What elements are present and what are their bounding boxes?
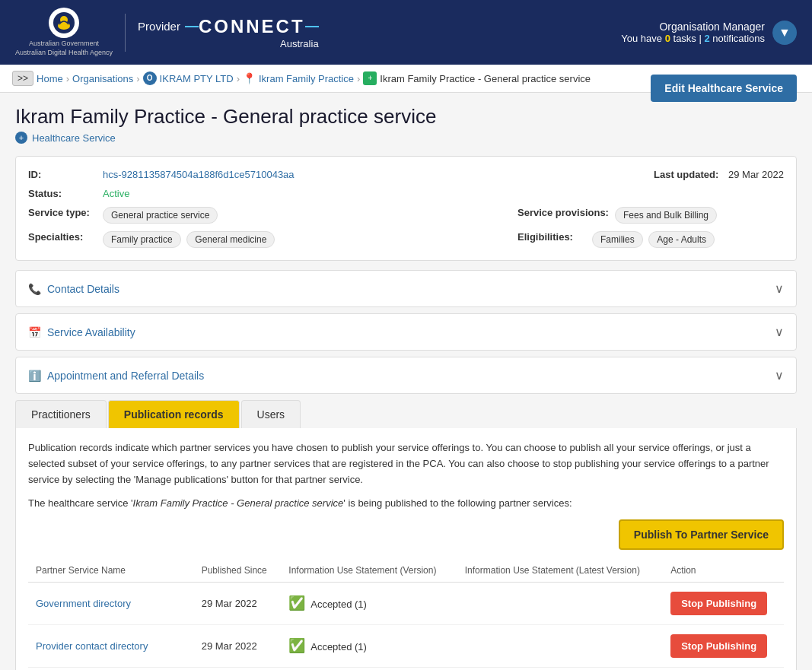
phone-icon: 📞 <box>28 283 41 295</box>
brand-provider: Provider <box>138 20 180 33</box>
col-ius-latest: Information Use Statement (Latest Versio… <box>457 559 663 583</box>
tabs-container: Practitioners Publication records Users … <box>15 400 797 670</box>
page-subtitle: + Healthcare Service <box>15 132 436 144</box>
service-provisions-tag: Fees and Bulk Billing <box>615 207 717 224</box>
header-divider <box>125 14 126 52</box>
eligibility-tag-0: Families <box>592 231 643 248</box>
contact-details-label: Contact Details <box>47 283 119 295</box>
user-menu-button[interactable]: ▼ <box>772 21 797 45</box>
published-since-cell-0: 29 Mar 2022 <box>194 582 282 624</box>
stop-publishing-button-1[interactable]: Stop Publishing <box>670 634 767 658</box>
partner-name-link-1[interactable]: Provider contact directory <box>36 640 148 652</box>
service-availability-header[interactable]: 📅 Service Availability ∨ <box>16 314 796 350</box>
tab-users[interactable]: Users <box>241 400 301 428</box>
status-field: Status: Active <box>28 188 129 199</box>
ius-latest-cell-1 <box>457 624 663 667</box>
service-availability-chevron: ∨ <box>775 325 784 339</box>
col-action: Action <box>663 559 784 583</box>
calendar-icon: 📅 <box>28 326 41 338</box>
breadcrumb-organisations[interactable]: Organisations <box>72 73 133 84</box>
page-title: Ikram Family Practice - General practice… <box>15 105 436 129</box>
healthcare-service-label: Healthcare Service <box>32 132 116 144</box>
ius-version-cell-0: ✅ Accepted (1) <box>281 582 457 624</box>
table-row: Government directory 29 Mar 2022 ✅ Accep… <box>28 582 784 624</box>
publication-description-2: The healthcare service 'Ikram Family Pra… <box>28 496 784 512</box>
info-row-1: ID: hcs-9281135874504a188f6d1ce5710043aa… <box>28 169 784 180</box>
org-icon: O <box>143 71 157 85</box>
partner-name-link-0[interactable]: Government directory <box>36 598 131 609</box>
specialties-field: Specialties: Family practice General med… <box>28 231 278 248</box>
table-header-row: Partner Service Name Published Since Inf… <box>28 559 784 583</box>
publication-description-1: Publication records indicate which partn… <box>28 440 784 487</box>
publication-records-content: Publication records indicate which partn… <box>15 428 797 670</box>
publication-table: Partner Service Name Published Since Inf… <box>28 559 784 670</box>
info-row-4: Specialties: Family practice General med… <box>28 231 784 248</box>
info-row-3: Service type: General practice service S… <box>28 207 784 224</box>
partner-name-cell: OB Secure messaging services <box>28 667 194 670</box>
tabs: Practitioners Publication records Users <box>15 400 797 428</box>
breadcrumb-practice[interactable]: Ikram Family Practice <box>259 73 354 84</box>
tab-publication-records[interactable]: Publication records <box>108 400 240 428</box>
brand-australia: Australia <box>280 38 319 49</box>
publish-btn-container: Publish To Partner Service <box>28 519 784 550</box>
appointment-referral-header[interactable]: ℹ️ Appointment and Referral Details ∨ <box>16 357 796 393</box>
col-partner-name: Partner Service Name <box>28 559 194 583</box>
col-published-since: Published Since <box>194 559 282 583</box>
last-updated-value: 29 Mar 2022 <box>728 169 784 180</box>
info-card: ID: hcs-9281135874504a188f6d1ce5710043aa… <box>15 156 797 261</box>
breadcrumb-org[interactable]: IKRAM PTY LTD <box>160 73 234 84</box>
appointment-referral-label: Appointment and Referral Details <box>47 370 204 382</box>
contact-details-section: 📞 Contact Details ∨ <box>15 270 797 307</box>
service-type-field: Service type: General practice service <box>28 207 221 224</box>
specialty-tag-1: General medicine <box>186 231 275 248</box>
appointment-referral-chevron: ∨ <box>775 368 784 383</box>
breadcrumb-toggle[interactable]: >> <box>12 71 33 86</box>
brand-connect: CONNECT <box>199 16 305 37</box>
published-since-cell-2: 29 Mar 2022 <box>194 667 282 670</box>
col-ius-version: Information Use Statement (Version) <box>281 559 457 583</box>
eligibilities-field: Eligibilities: Families Age - Adults <box>517 231 784 248</box>
last-updated-field: Last updated: 29 Mar 2022 <box>654 169 784 180</box>
service-availability-label: Service Availability <box>47 326 135 338</box>
ius-version-cell-1: ✅ Accepted (1) <box>281 624 457 667</box>
appointment-referral-section: ℹ️ Appointment and Referral Details ∨ <box>15 357 797 394</box>
ius-version-cell-2: ✅ Accepted (1) <box>281 667 457 670</box>
service-provisions-field: Service provisions: Fees and Bulk Billin… <box>517 207 784 224</box>
ius-latest-cell-2 <box>457 667 663 670</box>
header-left: Australian Government Australian Digital… <box>15 8 319 57</box>
breadcrumb-current: Ikram Family Practice - General practice… <box>380 73 591 84</box>
service-icon: + <box>363 71 377 85</box>
partner-name-cell: Government directory <box>28 582 194 624</box>
location-icon: 📍 <box>243 72 256 84</box>
coat-of-arms-icon <box>49 8 79 38</box>
check-icon-0: ✅ <box>288 595 305 611</box>
action-cell-0: Stop Publishing <box>663 582 784 624</box>
table-row: Provider contact directory 29 Mar 2022 ✅… <box>28 624 784 667</box>
main-content: Ikram Family Practice - General practice… <box>0 93 812 670</box>
published-since-cell-1: 29 Mar 2022 <box>194 624 282 667</box>
tasks-notifications: You have 0 tasks | 2 notifications <box>621 33 765 44</box>
ius-latest-cell-0 <box>457 582 663 624</box>
stop-publishing-button-0[interactable]: Stop Publishing <box>670 592 767 615</box>
notifications-count[interactable]: 2 <box>704 33 709 44</box>
id-field: ID: hcs-9281135874504a188f6d1ce5710043aa <box>28 169 295 180</box>
gov-logo: Australian Government Australian Digital… <box>15 8 113 57</box>
tab-practitioners[interactable]: Practitioners <box>15 400 107 428</box>
info-row-2: Status: Active <box>28 188 784 199</box>
page-header: Australian Government Australian Digital… <box>0 0 812 65</box>
header-right: Organisation Manager You have 0 tasks | … <box>621 21 797 45</box>
publish-to-partner-service-button[interactable]: Publish To Partner Service <box>619 519 784 550</box>
partner-name-cell: Provider contact directory <box>28 624 194 667</box>
id-link[interactable]: hcs-9281135874504a188f6d1ce5710043aa <box>103 169 295 180</box>
tasks-count: 0 <box>665 33 670 44</box>
specialty-tag-0: Family practice <box>103 231 181 248</box>
action-cell-2: Stop Publishing <box>663 667 784 670</box>
breadcrumb-home[interactable]: Home <box>37 73 63 84</box>
check-icon-1: ✅ <box>288 637 305 654</box>
service-type-tag: General practice service <box>103 207 218 224</box>
healthcare-service-icon: + <box>15 132 27 144</box>
gov-name: Australian Government Australian Digital… <box>15 40 113 57</box>
eligibility-tag-1: Age - Adults <box>648 231 715 248</box>
edit-healthcare-service-button[interactable]: Edit Healthcare Service <box>651 75 797 102</box>
contact-details-header[interactable]: 📞 Contact Details ∨ <box>16 271 796 306</box>
